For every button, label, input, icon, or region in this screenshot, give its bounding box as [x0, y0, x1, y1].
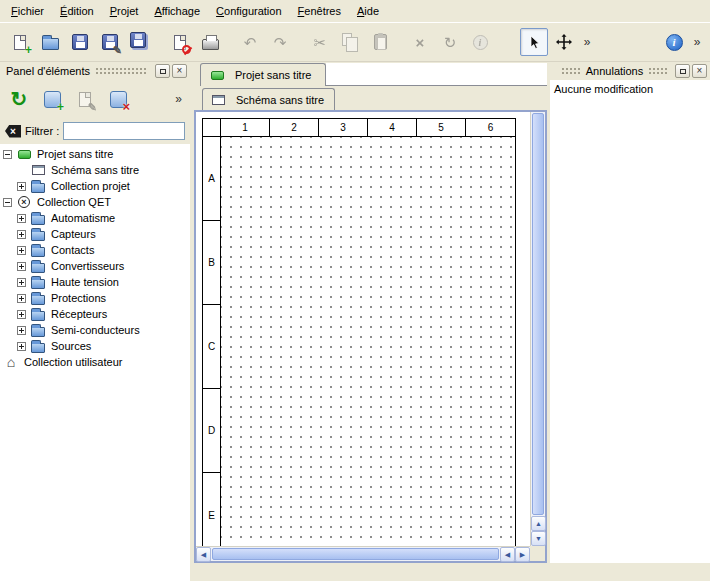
scroll-up-button[interactable]: ▲	[531, 516, 546, 531]
undo-button[interactable]: ↶	[236, 28, 264, 56]
close-undo-panel-button[interactable]: ×	[692, 64, 707, 78]
paste-icon	[369, 31, 391, 53]
redo-button[interactable]: ↷	[266, 28, 294, 56]
menu-projet[interactable]: Projet	[103, 2, 146, 20]
float-undo-panel-button[interactable]	[675, 64, 690, 78]
tree-item-contacts[interactable]: Contacts	[0, 242, 190, 258]
row-header: A	[203, 137, 220, 221]
menu-affichage[interactable]: Affichage	[147, 2, 207, 20]
tab-schema-sans-titre[interactable]: Schéma sans titre	[202, 88, 335, 110]
qelectrotech-window: FichierÉditionProjetAffichageConfigurati…	[0, 0, 710, 581]
elements-panel: Panel d'éléments × ↻+✎×» × Filtrer : Pro…	[0, 62, 190, 581]
undo-list[interactable]: Aucune modification	[550, 80, 710, 563]
toolbar-overflow[interactable]: »	[580, 35, 594, 49]
toolbar-overflow[interactable]: »	[690, 35, 704, 49]
paste-button[interactable]	[366, 28, 394, 56]
expand-icon[interactable]	[17, 278, 26, 287]
open-document-button[interactable]	[36, 28, 64, 56]
rotate-icon: ↻	[439, 31, 461, 53]
delete-button[interactable]: ×	[406, 28, 434, 56]
tree-item-recepteurs[interactable]: Récepteurs	[0, 306, 190, 322]
float-panel-button[interactable]	[155, 64, 170, 78]
diagram-canvas[interactable]: 123456 ABCDE	[196, 112, 530, 546]
edit-element-button[interactable]: ✎	[70, 84, 100, 114]
scroll-right-button[interactable]: ▶	[515, 547, 530, 562]
new-element-button[interactable]: +	[37, 84, 67, 114]
tree-item-sources[interactable]: Sources	[0, 338, 190, 354]
cut-button[interactable]: ✂	[306, 28, 334, 56]
expand-icon[interactable]	[17, 294, 26, 303]
hscroll-thumb[interactable]	[212, 548, 499, 560]
dock-drag-handle[interactable]	[95, 67, 148, 76]
tab-projet-sans-titre[interactable]: Projet sans titre	[200, 63, 326, 86]
dock-drag-handle[interactable]	[561, 67, 581, 76]
save-all-icon	[129, 31, 151, 53]
close-document-button[interactable]	[166, 28, 194, 56]
dock-drag-handle[interactable]	[648, 67, 668, 76]
tree-item-semi-conducteurs[interactable]: Semi-conducteurs	[0, 322, 190, 338]
tree-item-projet-sans-titre[interactable]: Projet sans titre	[0, 146, 190, 162]
row-header: E	[203, 473, 220, 546]
grid-area[interactable]	[221, 137, 515, 546]
menu-fenetres[interactable]: Fenêtres	[291, 2, 348, 20]
tree-item-schema-sans-titre[interactable]: Schéma sans titre	[0, 162, 190, 178]
scroll-down-button[interactable]: ▼	[531, 531, 546, 546]
rotate-button[interactable]: ↻	[436, 28, 464, 56]
menu-fichier[interactable]: Fichier	[4, 2, 51, 20]
expand-icon[interactable]	[17, 230, 26, 239]
panel-toolbar-overflow[interactable]: »	[175, 92, 182, 106]
vertical-scrollbar[interactable]: ▲ ▼	[530, 112, 545, 546]
save-icon	[69, 31, 91, 53]
conductor-info-button[interactable]: i	[466, 28, 494, 56]
expand-icon[interactable]	[17, 262, 26, 271]
schema-view[interactable]: 123456 ABCDE ▲ ▼ ◀	[194, 110, 547, 563]
copy-button[interactable]	[336, 28, 364, 56]
delete-element-button[interactable]: ×	[103, 84, 133, 114]
vscroll-thumb[interactable]	[532, 113, 544, 515]
tree-item-capteurs[interactable]: Capteurs	[0, 226, 190, 242]
expand-icon[interactable]	[17, 342, 26, 351]
save-all-button[interactable]	[126, 28, 154, 56]
reload-button[interactable]: ↻	[4, 84, 34, 114]
tree-item-collection-projet[interactable]: Collection projet	[0, 178, 190, 194]
filter-input[interactable]	[63, 122, 185, 140]
horizontal-scrollbar[interactable]: ◀ ◀ ▶	[196, 546, 530, 561]
tree-item-convertisseurs[interactable]: Convertisseurs	[0, 258, 190, 274]
tree-item-label: Collection QET	[36, 196, 111, 208]
folder-icon	[30, 275, 46, 290]
collapse-icon[interactable]	[3, 150, 12, 159]
print-button[interactable]	[196, 28, 224, 56]
tree-item-haute-tension[interactable]: Haute tension	[0, 274, 190, 290]
scroll-left-button[interactable]: ◀	[196, 547, 211, 562]
expand-icon[interactable]	[17, 326, 26, 335]
vscroll-track[interactable]	[531, 112, 545, 516]
expand-icon[interactable]	[17, 182, 26, 191]
column-header: 4	[368, 119, 417, 136]
expand-icon[interactable]	[17, 246, 26, 255]
save-as-button[interactable]: ✎	[96, 28, 124, 56]
expand-icon[interactable]	[17, 310, 26, 319]
scroll-left-button-2[interactable]: ◀	[500, 547, 515, 562]
clear-filter-icon[interactable]: ×	[5, 125, 21, 138]
elements-panel-title: Panel d'éléments	[6, 65, 90, 77]
save-button[interactable]	[66, 28, 94, 56]
move-tool-button[interactable]	[550, 28, 578, 56]
tree-item-protections[interactable]: Protections	[0, 290, 190, 306]
menu-edition[interactable]: Édition	[53, 2, 101, 20]
tree-item-collection-qet[interactable]: ×Collection QET	[0, 194, 190, 210]
tree-item-automatisme[interactable]: Automatisme	[0, 210, 190, 226]
new-document-button[interactable]: +	[6, 28, 34, 56]
tree-item-collection-utilisateur[interactable]: ⌂Collection utilisateur	[0, 354, 190, 370]
select-tool-button[interactable]	[520, 28, 548, 56]
expand-icon[interactable]	[17, 214, 26, 223]
menu-aide[interactable]: Aide	[350, 2, 386, 20]
elements-panel-toolbar: ↻+✎×»	[0, 80, 190, 118]
move-tool-icon	[553, 31, 575, 53]
collapse-icon[interactable]	[3, 198, 12, 207]
tree-item-label: Schéma sans titre	[50, 164, 139, 176]
menu-configuration[interactable]: Configuration	[209, 2, 288, 20]
about-button[interactable]: i	[660, 28, 688, 56]
close-panel-button[interactable]: ×	[172, 64, 187, 78]
hscroll-track[interactable]	[211, 547, 500, 561]
undo-panel-title: Annulations	[586, 65, 644, 77]
